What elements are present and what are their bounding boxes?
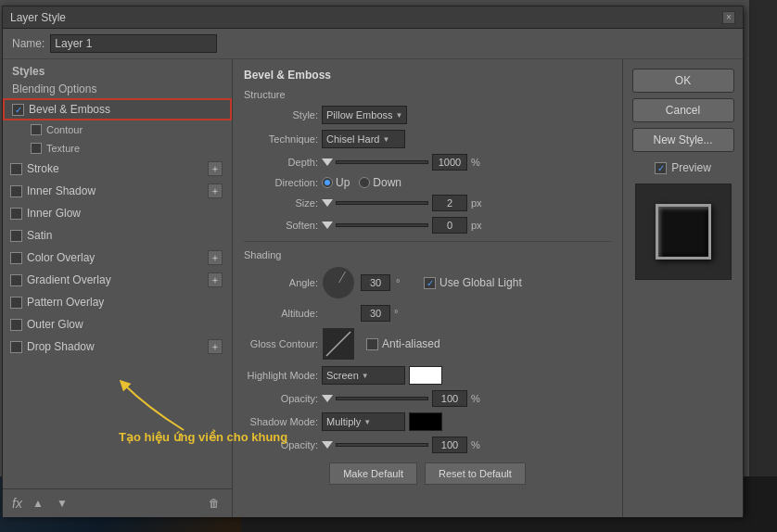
checkbox-color-overlay[interactable] — [10, 252, 22, 264]
effect-label-color-overlay: Color Overlay — [27, 251, 95, 264]
plus-color-overlay[interactable]: + — [208, 250, 223, 265]
effect-texture[interactable]: Texture — [3, 139, 232, 158]
gloss-contour-preview[interactable] — [322, 327, 355, 361]
depth-input[interactable] — [432, 154, 467, 171]
depth-track[interactable] — [336, 160, 428, 164]
plus-stroke[interactable]: + — [208, 161, 223, 176]
bottom-buttons: Make Default Reset to Default — [244, 462, 611, 485]
technique-row: Technique: Chisel Hard ▼ — [244, 130, 611, 148]
highlight-opacity-track[interactable] — [336, 397, 428, 400]
size-input[interactable] — [432, 195, 467, 211]
effect-label-stroke: Stroke — [27, 162, 59, 175]
shadow-opacity-row: Opacity: % — [244, 437, 611, 453]
up-arrow-btn[interactable]: ▲ — [30, 495, 46, 512]
ok-button[interactable]: OK — [632, 69, 734, 93]
size-unit: px — [471, 197, 490, 209]
effect-contour[interactable]: Contour — [3, 120, 232, 139]
plus-inner-shadow[interactable]: + — [208, 184, 223, 198]
shadow-opacity-label: Opacity: — [244, 439, 318, 450]
angle-dial[interactable] — [322, 266, 355, 299]
checkbox-gradient-overlay[interactable] — [10, 274, 22, 286]
radio-up-circle[interactable] — [322, 177, 333, 188]
effect-inner-glow[interactable]: Inner Glow — [3, 202, 232, 224]
direction-down-radio[interactable]: Down — [359, 176, 401, 189]
soften-input[interactable] — [432, 217, 467, 234]
shadow-color-swatch[interactable] — [409, 412, 442, 431]
divider-1 — [244, 241, 611, 242]
altitude-input[interactable] — [361, 305, 390, 322]
bg-right-panel — [749, 0, 777, 532]
highlight-opacity-row: Opacity: % — [244, 390, 611, 407]
shadow-opacity-track[interactable] — [336, 443, 428, 447]
soften-unit: px — [471, 220, 490, 231]
effect-color-overlay[interactable]: Color Overlay + — [3, 247, 232, 269]
checkbox-contour[interactable] — [31, 124, 42, 135]
checkbox-inner-glow[interactable] — [10, 208, 22, 220]
effect-label-inner-shadow: Inner Shadow — [27, 184, 96, 197]
shadow-opacity-input[interactable] — [432, 437, 467, 453]
trash-btn[interactable]: 🗑 — [206, 495, 223, 512]
checkbox-outer-glow[interactable] — [10, 319, 22, 331]
depth-slider-thumb[interactable] — [322, 158, 333, 166]
new-style-button[interactable]: New Style... — [632, 128, 734, 152]
size-slider-thumb[interactable] — [322, 199, 333, 207]
plus-drop-shadow[interactable]: + — [208, 339, 223, 354]
effect-satin[interactable]: Satin — [3, 224, 232, 247]
title-bar: Layer Style × — [3, 6, 743, 29]
shadow-mode-dropdown[interactable]: Multiply ▼ — [322, 412, 405, 431]
radio-down-circle[interactable] — [359, 177, 370, 188]
angle-row: Angle: ° Use Global Light — [244, 266, 611, 299]
effect-outer-glow[interactable]: Outer Glow — [3, 313, 232, 336]
effect-gradient-overlay[interactable]: Gradient Overlay + — [3, 269, 232, 291]
angle-input[interactable] — [361, 274, 390, 291]
effect-stroke[interactable]: Stroke + — [3, 158, 232, 180]
style-dropdown[interactable]: Pillow Emboss ▼ — [322, 106, 407, 124]
checkbox-texture[interactable] — [31, 143, 42, 154]
blending-options[interactable]: Blending Options — [3, 80, 232, 98]
anti-aliased-row[interactable]: Anti-aliased — [366, 337, 440, 350]
effect-bevel-emboss[interactable]: Bevel & Emboss — [3, 98, 232, 120]
soften-slider-thumb[interactable] — [322, 222, 333, 229]
make-default-btn[interactable]: Make Default — [329, 462, 417, 485]
technique-dropdown[interactable]: Chisel Hard ▼ — [322, 130, 405, 148]
global-light-checkbox[interactable] — [424, 277, 436, 289]
preview-inner-square — [656, 204, 711, 260]
effect-pattern-overlay[interactable]: Pattern Overlay — [3, 291, 232, 313]
highlight-opacity-unit: % — [471, 393, 490, 404]
checkbox-bevel[interactable] — [12, 104, 24, 116]
soften-track[interactable] — [336, 223, 428, 227]
effect-label-outer-glow: Outer Glow — [27, 318, 83, 331]
effect-inner-shadow[interactable]: Inner Shadow + — [3, 180, 232, 202]
global-light-checkbox-row[interactable]: Use Global Light — [424, 276, 522, 289]
down-arrow-btn[interactable]: ▼ — [54, 495, 70, 512]
checkbox-stroke[interactable] — [10, 163, 22, 175]
depth-label: Depth: — [244, 157, 318, 168]
effect-drop-shadow[interactable]: Drop Shadow + — [3, 336, 232, 358]
highlight-opacity-input[interactable] — [432, 390, 467, 407]
highlight-mode-dropdown[interactable]: Screen ▼ — [322, 366, 405, 385]
anti-aliased-checkbox[interactable] — [366, 338, 378, 350]
bevel-emboss-title: Bevel & Emboss — [244, 69, 611, 82]
direction-up-radio[interactable]: Up — [322, 176, 350, 189]
preview-box — [635, 184, 732, 280]
cancel-button[interactable]: Cancel — [632, 98, 734, 122]
preview-checkbox[interactable] — [655, 162, 667, 174]
reset-to-default-btn[interactable]: Reset to Default — [425, 462, 526, 485]
shadow-opacity-thumb[interactable] — [322, 441, 333, 449]
soften-row: Soften: px — [244, 217, 611, 234]
highlight-color-swatch[interactable] — [409, 366, 442, 385]
checkbox-pattern-overlay[interactable] — [10, 297, 22, 309]
size-track[interactable] — [336, 201, 428, 205]
effect-label-bevel: Bevel & Emboss — [29, 103, 110, 116]
close-button[interactable]: × — [722, 11, 735, 24]
plus-gradient-overlay[interactable]: + — [208, 272, 223, 287]
name-input[interactable] — [50, 34, 217, 53]
checkbox-inner-shadow[interactable] — [10, 185, 22, 197]
checkbox-satin[interactable] — [10, 230, 22, 242]
checkbox-drop-shadow[interactable] — [10, 341, 22, 353]
style-dropdown-arrow: ▼ — [396, 111, 403, 120]
technique-dropdown-arrow: ▼ — [382, 135, 389, 144]
depth-unit: % — [471, 157, 490, 168]
highlight-opacity-thumb[interactable] — [322, 395, 333, 402]
soften-slider — [322, 222, 428, 229]
